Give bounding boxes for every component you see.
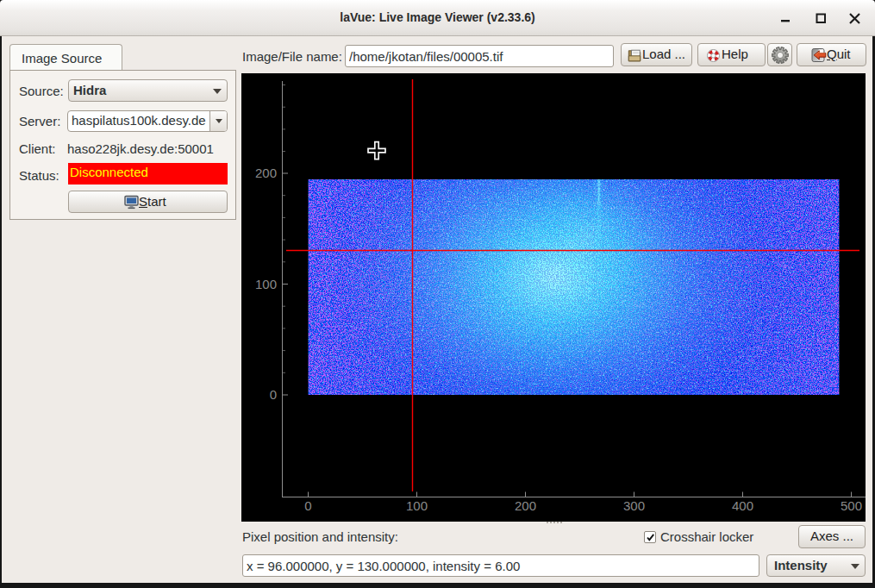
svg-text:500: 500	[841, 498, 862, 513]
svg-text:300: 300	[623, 498, 645, 513]
svg-text:200: 200	[255, 166, 277, 180]
svg-text:200: 200	[515, 498, 536, 513]
svg-text:400: 400	[732, 498, 753, 513]
svg-text:100: 100	[406, 498, 428, 513]
svg-text:0: 0	[304, 498, 311, 513]
svg-text:100: 100	[255, 277, 277, 291]
svg-text:0: 0	[270, 387, 277, 402]
